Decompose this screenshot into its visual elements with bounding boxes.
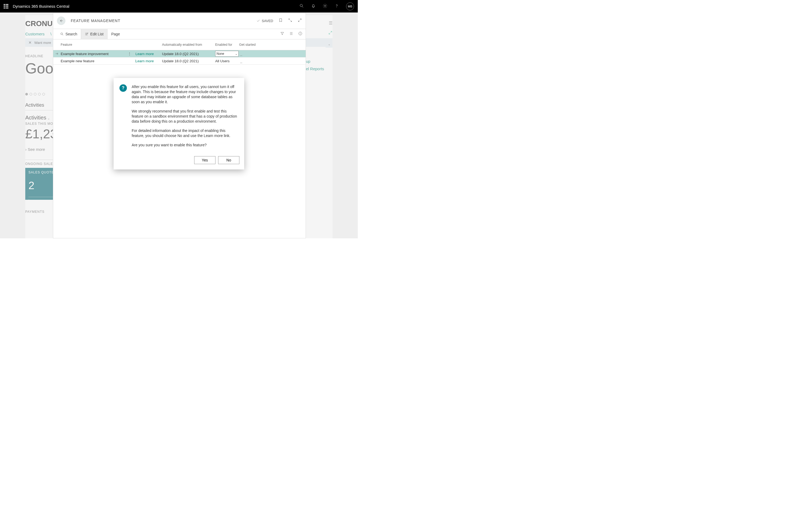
svg-point-3 xyxy=(337,7,337,7)
toolbar-search[interactable]: Search xyxy=(56,29,81,39)
bookmark-icon[interactable] xyxy=(279,18,283,23)
table-row[interactable]: Example feature improvement⋮Learn moreUp… xyxy=(53,50,306,57)
question-icon: ? xyxy=(119,84,127,92)
settings-icon[interactable] xyxy=(323,3,327,9)
cell-feature: Example new feature xyxy=(61,59,128,63)
topbar: Dynamics 365 Business Central MB xyxy=(0,0,358,13)
svg-point-2 xyxy=(324,5,326,6)
help-icon[interactable] xyxy=(334,3,339,9)
app-launcher-icon[interactable] xyxy=(4,4,8,9)
learn-more-link[interactable]: Learn more xyxy=(135,59,162,63)
back-button[interactable] xyxy=(57,17,65,25)
list-view-icon[interactable] xyxy=(289,32,293,37)
dialog-text: After you enable this feature for all us… xyxy=(132,84,237,152)
grid-header: Feature Automatically enabled from Enabl… xyxy=(53,39,306,50)
grid-body: Example feature improvement⋮Learn moreUp… xyxy=(53,50,306,65)
fullscreen-icon[interactable] xyxy=(298,18,302,23)
cell-get-started[interactable]: _ xyxy=(239,59,264,63)
col-enabled[interactable]: Enabled for xyxy=(215,43,239,46)
no-button[interactable]: No xyxy=(218,156,240,164)
notifications-icon[interactable] xyxy=(311,3,316,9)
cell-enabled[interactable]: All Users xyxy=(215,59,239,63)
svg-point-4 xyxy=(61,33,62,35)
svg-line-5 xyxy=(62,35,63,35)
saved-indicator: SAVED xyxy=(256,19,273,23)
cell-enabled[interactable]: None⌄ xyxy=(215,51,239,57)
popout-icon[interactable] xyxy=(288,18,292,23)
info-icon[interactable] xyxy=(298,32,302,37)
user-avatar[interactable]: MB xyxy=(346,2,354,11)
col-auto[interactable]: Automatically enabled from xyxy=(162,43,215,46)
col-start[interactable]: Get started xyxy=(239,43,263,46)
toolbar-edit-list[interactable]: Edit List xyxy=(81,29,108,39)
cell-feature: Example feature improvement xyxy=(61,52,128,56)
filter-icon[interactable] xyxy=(280,32,284,37)
learn-more-link[interactable]: Learn more xyxy=(135,52,162,56)
row-actions-icon[interactable]: ⋮ xyxy=(128,52,135,56)
col-feature[interactable]: Feature xyxy=(61,43,135,46)
panel-title: FEATURE MANAGEMENT xyxy=(71,19,120,23)
product-name: Dynamics 365 Business Central xyxy=(13,4,70,8)
search-icon[interactable] xyxy=(299,3,304,9)
yes-button[interactable]: Yes xyxy=(194,156,215,164)
cell-auto: Update 18.0 (Q2 2021) xyxy=(162,59,215,63)
svg-line-1 xyxy=(302,6,303,7)
svg-point-0 xyxy=(300,4,302,7)
table-row[interactable]: Example new featureLearn moreUpdate 18.0… xyxy=(53,57,306,65)
confirm-dialog: ? After you enable this feature for all … xyxy=(114,78,244,169)
cell-get-started[interactable]: _ xyxy=(239,52,264,56)
enabled-for-select[interactable]: None⌄ xyxy=(215,51,239,57)
toolbar-page[interactable]: Page xyxy=(108,29,124,39)
cell-auto: Update 18.0 (Q2 2021) xyxy=(162,52,215,56)
